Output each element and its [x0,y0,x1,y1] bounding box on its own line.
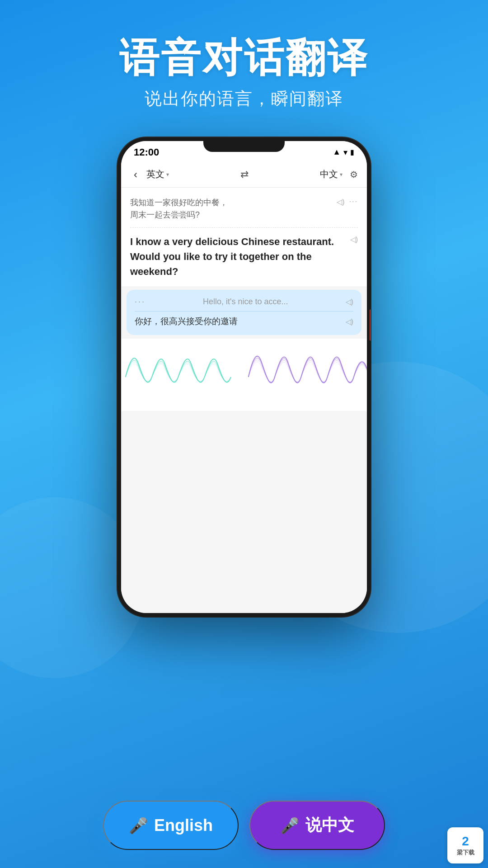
content-area: 我知道一家很好吃的中餐，周末一起去尝尝吗? ◁) ··· I know a ve… [121,188,367,613]
message-block-2: ··· Hello, it's nice to acce... ◁) 你好，很高… [127,290,361,335]
nav-bar: ‹ 英文 ▾ ⇄ 中文 ▾ ⚙ [121,162,367,188]
lang-left-label: 英文 [146,168,164,180]
status-time: 12:00 [134,146,159,158]
lang-right-chevron: ▾ [340,171,343,178]
more-icon-1[interactable]: ··· [349,198,358,206]
lang-left-selector[interactable]: 英文 ▾ [146,168,169,180]
message-block-1: 我知道一家很好吃的中餐，周末一起去尝尝吗? ◁) ··· I know a ve… [121,188,367,286]
msg-icons-2: ◁) [350,235,358,244]
bubble-sound-icon-2[interactable]: ◁) [346,317,353,326]
watermark: 2 梁下载 [447,827,483,863]
app-subtitle: 说出你的语言，瞬间翻译 [0,87,488,110]
app-title: 语音对话翻译 [0,36,488,80]
phone-side-button [370,309,371,341]
english-mic-icon: 🎤 [129,816,148,835]
phone-mockup: 12:00 ▲ ▾ ▮ ‹ 英文 ▾ ⇄ 中文 [0,137,488,617]
msg-divider-1 [130,227,358,228]
battery-icon: ▮ [350,148,354,156]
chinese-button[interactable]: 🎤 说中文 [249,801,385,850]
watermark-text: 梁下载 [457,849,474,857]
bubble-bottom-row: 你好，很高兴接受你的邀请 ◁) [135,315,353,328]
msg-row-top: 我知道一家很好吃的中餐，周末一起去尝尝吗? ◁) ··· [130,197,358,221]
watermark-number: 2 [462,834,469,849]
bubble-short-text: Hello, it's nice to acce... [145,297,346,307]
signal-icon: ▲ [333,147,341,157]
english-button[interactable]: 🎤 English [103,801,239,850]
chinese-mic-icon: 🎤 [280,816,299,835]
msg-icons-1: ◁) ··· [337,198,358,206]
lang-right-selector[interactable]: 中文 ▾ [320,168,343,180]
msg-row-translated: I know a very delicious Chinese restaura… [130,234,358,279]
phone-notch [203,137,285,152]
lang-right-label: 中文 [320,168,338,180]
lang-left-chevron: ▾ [166,171,169,178]
bottom-buttons: 🎤 English 🎤 说中文 [0,801,488,850]
back-button[interactable]: ‹ [130,166,141,183]
sound-icon-1[interactable]: ◁) [337,198,344,206]
swap-button[interactable]: ⇄ [240,169,249,180]
msg-original-zh: 我知道一家很好吃的中餐，周末一起去尝尝吗? [130,197,332,221]
bubble-translated-zh: 你好，很高兴接受你的邀请 [135,315,238,328]
wifi-icon: ▾ [343,147,347,157]
bubble-sound-icon[interactable]: ◁) [346,297,353,306]
chinese-button-label: 说中文 [305,814,354,836]
header: 语音对话翻译 说出你的语言，瞬间翻译 [0,0,488,128]
bubble-dots: ··· [135,297,145,307]
english-button-label: English [154,816,213,835]
bubble-divider [135,311,353,311]
sound-icon-2[interactable]: ◁) [350,235,358,244]
bubble-row-top: ··· Hello, it's nice to acce... ◁) [135,297,353,307]
waveform-area [121,339,367,411]
msg-translated-en: I know a very delicious Chinese restaura… [130,234,346,279]
settings-button[interactable]: ⚙ [350,169,358,180]
watermark-badge: 2 梁下载 [447,827,483,863]
status-icons: ▲ ▾ ▮ [333,147,354,157]
phone-screen: 12:00 ▲ ▾ ▮ ‹ 英文 ▾ ⇄ 中文 [121,141,367,613]
phone-frame: 12:00 ▲ ▾ ▮ ‹ 英文 ▾ ⇄ 中文 [117,137,371,617]
waveform-svg [121,343,367,411]
